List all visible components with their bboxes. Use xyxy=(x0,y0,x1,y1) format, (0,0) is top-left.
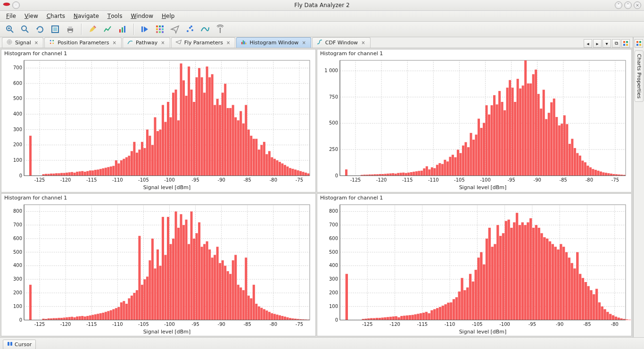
window-title: Fly Data Analyzer 2 xyxy=(0,2,644,8)
svg-rect-248 xyxy=(522,85,524,175)
svg-rect-363 xyxy=(120,302,123,320)
sidebar-grid-icon[interactable] xyxy=(635,39,643,48)
tab-histogram-window[interactable]: Histogram Window× xyxy=(236,37,311,48)
tab-pathway[interactable]: Pathway× xyxy=(123,37,170,48)
svg-rect-361 xyxy=(115,308,117,320)
chart-canvas[interactable]: 0100200300400500600700800-125-120-115-11… xyxy=(1,201,315,336)
svg-rect-533 xyxy=(510,227,512,320)
svg-rect-554 xyxy=(568,258,570,320)
svg-rect-47 xyxy=(45,174,47,176)
tab-close[interactable]: × xyxy=(225,40,231,45)
svg-text:-95: -95 xyxy=(191,321,199,326)
svg-rect-108 xyxy=(203,92,206,175)
tab-grid-icon[interactable] xyxy=(621,39,630,48)
menu-window[interactable]: Window xyxy=(126,11,157,21)
svg-rect-107 xyxy=(201,77,203,176)
svg-rect-117 xyxy=(227,108,229,175)
chart-panel-4: Histogram for channel 101002003004005006… xyxy=(317,193,632,337)
svg-rect-237 xyxy=(493,95,495,176)
svg-text:-90: -90 xyxy=(218,321,225,326)
menu-navigate[interactable]: Navigate xyxy=(69,11,103,21)
tab-position-parameters[interactable]: Position Parameters× xyxy=(44,37,122,48)
tool-scatter[interactable] xyxy=(183,23,197,36)
menu-charts[interactable]: Charts xyxy=(42,11,69,21)
menu-help[interactable]: Help xyxy=(157,11,179,21)
svg-rect-412 xyxy=(248,295,250,320)
tool-magnify[interactable] xyxy=(18,23,32,36)
svg-text:800: 800 xyxy=(329,208,338,214)
tab-close[interactable]: × xyxy=(33,40,39,45)
tab-dropdown[interactable]: ▾ xyxy=(603,39,611,48)
tab-cdf-window[interactable]: CDF Window× xyxy=(312,37,371,48)
tool-page-fit[interactable] xyxy=(48,23,62,36)
tab-scroll-right[interactable]: ▸ xyxy=(593,39,602,48)
tool-print[interactable] xyxy=(63,23,77,36)
charts-properties-tab[interactable]: Charts Properties xyxy=(635,50,644,102)
tool-antenna[interactable] xyxy=(213,23,227,36)
tool-play[interactable] xyxy=(138,23,152,36)
tool-spline[interactable] xyxy=(198,23,212,36)
svg-rect-424 xyxy=(279,315,281,320)
tab-close[interactable]: × xyxy=(301,40,306,45)
svg-rect-264 xyxy=(563,115,566,175)
svg-rect-48 xyxy=(48,174,50,176)
svg-text:-95: -95 xyxy=(528,321,536,326)
svg-rect-582 xyxy=(636,44,638,46)
tab-close[interactable]: × xyxy=(160,40,165,45)
svg-text:-100: -100 xyxy=(164,321,175,326)
svg-text:600: 600 xyxy=(329,235,338,241)
tab-maximize[interactable]: ⧉ xyxy=(612,39,620,48)
minimize-button[interactable]: ˅ xyxy=(615,1,622,9)
cursor-button[interactable]: Cursor xyxy=(3,340,36,349)
tab-label: Signal xyxy=(15,40,31,46)
pathway-icon xyxy=(127,39,133,47)
tab-signal[interactable]: Signal× xyxy=(2,37,43,48)
svg-text:-115: -115 xyxy=(417,321,428,326)
chart-canvas[interactable]: 0100200300400500600700800-125-120-115-11… xyxy=(317,201,631,336)
toolbar xyxy=(0,22,644,37)
svg-rect-415 xyxy=(255,304,257,320)
svg-rect-504 xyxy=(430,310,433,320)
workspace: Signal×Position Parameters×Pathway×Fly P… xyxy=(0,37,644,337)
svg-rect-566 xyxy=(601,306,603,320)
chart-canvas[interactable]: 0100200300400500600700-125-120-115-110-1… xyxy=(1,57,315,192)
tool-grid[interactable] xyxy=(153,23,167,36)
tab-fly-parameters[interactable]: Fly Parameters× xyxy=(171,37,236,48)
tool-edit[interactable] xyxy=(85,23,99,36)
titlebar-unknown-button[interactable]: · xyxy=(12,1,20,9)
tool-refresh[interactable] xyxy=(33,23,47,36)
svg-rect-522 xyxy=(480,252,482,320)
tool-magnify-plus[interactable] xyxy=(3,23,17,36)
svg-text:600: 600 xyxy=(13,235,22,241)
svg-rect-567 xyxy=(603,309,606,320)
svg-rect-120 xyxy=(234,117,237,176)
svg-rect-526 xyxy=(491,247,493,320)
tab-scroll-left[interactable]: ◂ xyxy=(584,39,592,48)
chart-canvas[interactable]: 02505007501 000-125-120-115-110-105-100-… xyxy=(317,57,631,192)
menu-tools[interactable]: Tools xyxy=(103,11,127,21)
svg-text:Signal level [dBm]: Signal level [dBm] xyxy=(143,328,191,334)
tool-send[interactable] xyxy=(168,23,182,36)
svg-rect-146 xyxy=(302,172,304,175)
menu-view[interactable]: View xyxy=(20,11,42,21)
svg-rect-96 xyxy=(172,92,174,175)
tab-close[interactable]: × xyxy=(111,40,117,45)
svg-rect-546 xyxy=(546,238,548,320)
svg-rect-255 xyxy=(540,108,542,175)
svg-rect-384 xyxy=(175,211,177,320)
svg-rect-220 xyxy=(449,157,451,176)
close-button[interactable]: × xyxy=(634,1,641,9)
svg-rect-50 xyxy=(53,174,55,176)
menu-file[interactable]: File xyxy=(2,11,20,21)
tool-line-chart[interactable] xyxy=(100,23,115,36)
svg-rect-351 xyxy=(89,315,91,320)
svg-rect-401 xyxy=(219,263,221,320)
maximize-button[interactable]: ˄ xyxy=(624,1,632,9)
svg-rect-542 xyxy=(535,225,537,320)
svg-rect-555 xyxy=(570,263,573,320)
svg-rect-507 xyxy=(439,307,441,320)
svg-rect-148 xyxy=(307,174,309,176)
svg-rect-59 xyxy=(76,172,78,175)
tab-close[interactable]: × xyxy=(360,40,366,45)
tool-bar-chart[interactable] xyxy=(116,23,130,36)
